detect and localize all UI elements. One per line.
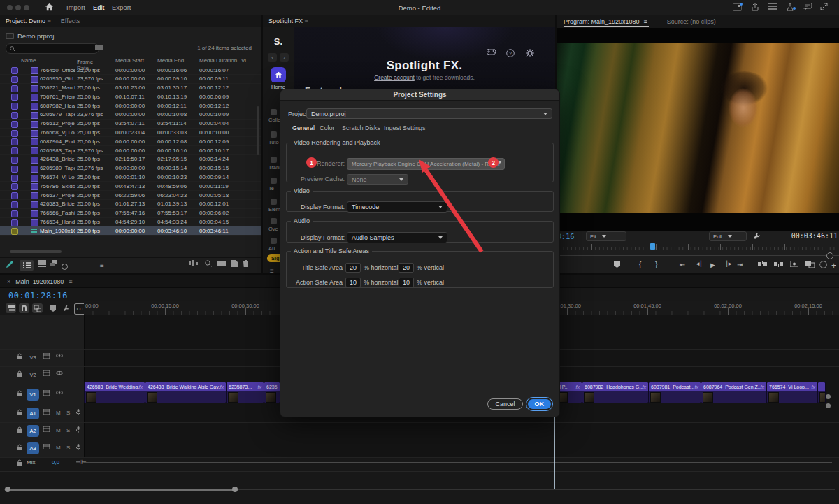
track-target-badge[interactable]: A3 xyxy=(27,442,39,454)
fx-badge-icon[interactable]: fx xyxy=(643,384,646,389)
filter-bin-icon[interactable] xyxy=(95,44,103,51)
label-color-chip[interactable] xyxy=(11,166,18,173)
label-color-chip[interactable] xyxy=(11,130,18,137)
multicam-icon[interactable] xyxy=(819,261,827,268)
play-button[interactable]: ► xyxy=(709,261,717,269)
back-button[interactable]: ‹ xyxy=(268,53,277,62)
label-color-chip[interactable] xyxy=(11,183,18,190)
solo-button[interactable]: S xyxy=(66,445,70,451)
new-item-icon[interactable] xyxy=(231,260,238,267)
audio-display-format-select[interactable]: Audio Samples xyxy=(347,232,447,243)
project-select[interactable]: Demo.prproj xyxy=(306,108,552,119)
program-playhead[interactable] xyxy=(650,243,655,250)
label-color-chip[interactable] xyxy=(11,147,18,154)
timeline-timecode[interactable]: 00:01:28:16 xyxy=(8,291,68,301)
workspaces-menu-icon[interactable] xyxy=(768,3,778,13)
mark-out-icon[interactable]: } xyxy=(655,261,657,268)
video-display-format-select[interactable]: Timecode xyxy=(347,201,447,213)
timeline-clip[interactable]: 6087981_Podcast...fx xyxy=(649,382,701,403)
dialog-tab-scratch-disks[interactable]: Scratch Disks xyxy=(342,124,380,131)
create-account-link[interactable]: Create account xyxy=(374,74,415,81)
fx-badge-icon[interactable]: fx xyxy=(258,384,261,389)
table-row[interactable]: 756761_Friend 25,00 fps 00:10:07:11 00:1… xyxy=(0,92,261,101)
ok-button[interactable]: OK xyxy=(528,399,552,409)
label-color-chip[interactable] xyxy=(11,201,18,208)
find-icon[interactable] xyxy=(205,260,212,267)
renderer-select[interactable]: Mercury Playback Engine GPU Acceleration… xyxy=(347,158,505,170)
action-safe-vertical-input[interactable]: 10 xyxy=(399,278,414,287)
sidebar-item-home[interactable] xyxy=(271,67,286,82)
label-color-chip[interactable] xyxy=(11,219,18,226)
table-row[interactable]: 766450_Office 25,00 fps 00:00:00:00 00:0… xyxy=(0,66,261,75)
timeline-hscrollbar[interactable] xyxy=(7,489,235,491)
step-back-icon[interactable]: ◄▏ xyxy=(695,261,705,267)
lift-icon[interactable] xyxy=(758,261,767,268)
table-row[interactable]: 6087982_Head 25,00 fps 00:00:00:00 00:00… xyxy=(0,101,261,110)
close-icon[interactable]: × xyxy=(7,278,10,285)
timeline-clip[interactable]: 766574_Vj Loop...fx xyxy=(767,382,817,403)
timeline-vscroll-handle[interactable] xyxy=(826,394,831,399)
solo-button[interactable]: S xyxy=(66,410,70,416)
track-target-badge[interactable]: V1 xyxy=(27,389,39,401)
track-header[interactable]: V3 xyxy=(0,350,85,366)
label-color-chip[interactable] xyxy=(11,112,18,119)
playback-resolution-select[interactable]: Full xyxy=(709,231,747,241)
mic-icon[interactable] xyxy=(76,409,80,415)
trash-icon[interactable] xyxy=(243,260,249,267)
timeline-clip[interactable]: 426438_Bride Walking Aisle Gay...fx xyxy=(145,382,226,403)
timeline-clip[interactable]: 6087982_Headphones G...fx xyxy=(582,382,648,403)
extract-icon[interactable] xyxy=(774,261,783,268)
mic-icon[interactable] xyxy=(76,444,80,450)
cancel-button[interactable]: Cancel xyxy=(487,398,522,410)
linked-selection-icon[interactable] xyxy=(32,303,43,313)
title-safe-horizontal-input[interactable]: 20 xyxy=(345,263,361,273)
lock-icon[interactable] xyxy=(17,459,22,466)
add-marker-icon[interactable] xyxy=(614,261,620,268)
lock-icon[interactable] xyxy=(17,370,22,377)
tab-spotlight-fx[interactable]: Spotlight FX ≡ xyxy=(268,17,308,24)
table-header[interactable]: Name Frame Rate ↑ Media Start Media End … xyxy=(0,56,261,65)
table-row[interactable]: 536221_Man B 25,00 fps 03:01:23:06 03:01… xyxy=(0,84,261,93)
freeform-view-button[interactable] xyxy=(50,260,59,267)
track-visibility-eye-icon[interactable] xyxy=(56,390,63,395)
tab-project-demo[interactable]: Project: Demo ≡ xyxy=(6,17,51,24)
table-row[interactable]: 426583_Bride 25,00 fps 01:01:27:13 01:01… xyxy=(0,200,261,209)
feedback-icon[interactable] xyxy=(803,3,812,13)
settings-wrench-icon[interactable] xyxy=(753,232,761,240)
table-row[interactable]: 766574_Vj Loo 25,00 fps 00:00:01:10 00:0… xyxy=(0,173,261,182)
gear-icon[interactable] xyxy=(526,49,534,57)
fx-badge-icon[interactable]: fx xyxy=(576,384,580,389)
lock-icon[interactable] xyxy=(17,409,22,415)
label-color-chip[interactable] xyxy=(11,67,18,74)
label-color-chip[interactable] xyxy=(11,76,18,83)
table-row[interactable]: 426438_Bride 25,00 fps 02:16:50:17 02:17… xyxy=(0,155,261,164)
nest-toggle-icon[interactable] xyxy=(6,303,16,313)
title-safe-vertical-input[interactable]: 20 xyxy=(399,263,414,273)
fx-badge-icon[interactable]: fx xyxy=(695,384,698,389)
label-color-chip[interactable] xyxy=(11,138,18,145)
share-icon[interactable] xyxy=(751,3,761,13)
mix-rubber-band[interactable] xyxy=(84,462,832,463)
list-view-button[interactable] xyxy=(20,260,34,271)
dialog-tab-color[interactable]: Color xyxy=(320,124,335,131)
label-color-chip[interactable] xyxy=(11,121,18,128)
fx-badge-icon[interactable]: fx xyxy=(761,384,764,389)
track-header[interactable]: A2 M S xyxy=(0,423,85,440)
workspace-icon[interactable] xyxy=(733,3,743,13)
tab-sequence[interactable]: Main_1920x1080 xyxy=(15,278,64,285)
label-color-chip[interactable] xyxy=(11,228,18,235)
go-to-out-icon[interactable]: ⇥ xyxy=(737,261,743,268)
project-vscrollbar[interactable] xyxy=(257,106,259,155)
track-target-badge[interactable]: V2 xyxy=(27,369,39,381)
table-row[interactable]: 6205979_Tape 23,976 fps 00:00:00:00 00:0… xyxy=(0,110,261,120)
fx-badge-icon[interactable]: fx xyxy=(220,384,224,389)
sync-lock-icon[interactable] xyxy=(43,370,50,376)
scroll-zoom-handle-right[interactable] xyxy=(232,487,238,492)
help-icon[interactable]: ? xyxy=(506,49,515,57)
mute-button[interactable]: M xyxy=(56,445,61,451)
sync-lock-icon[interactable] xyxy=(43,426,50,432)
edit-pencil-icon[interactable] xyxy=(6,260,14,268)
mark-in-icon[interactable]: { xyxy=(639,261,641,268)
comparison-view-icon[interactable] xyxy=(805,261,815,268)
sync-lock-icon[interactable] xyxy=(43,444,50,449)
